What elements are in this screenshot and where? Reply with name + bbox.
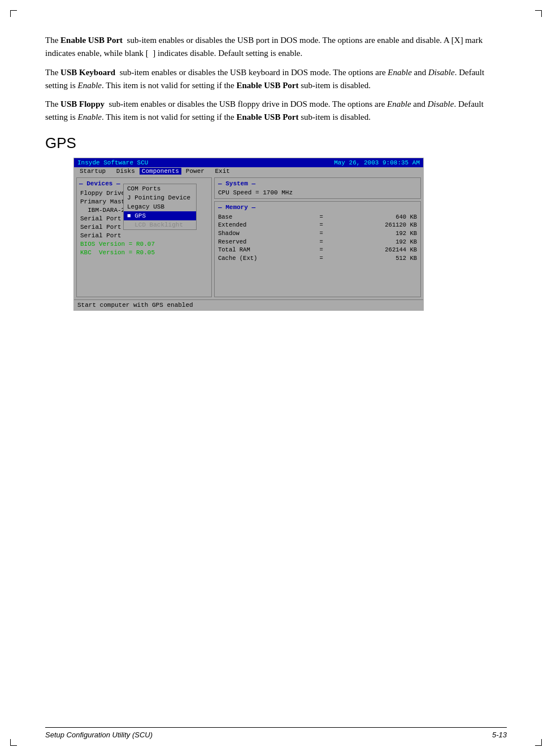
bios-system-box: — System — CPU Speed = 1700 MHz: [214, 177, 421, 199]
mem-total-ram: Total RAM = 262144 KB: [218, 246, 417, 254]
bios-titlebar: Insyde Software SCU May 26, 2003 9:08:35…: [74, 158, 423, 167]
menu-startup: Startup: [77, 168, 108, 175]
menu-components: Components: [140, 168, 181, 175]
dd-pointing-device: J Pointing Device: [124, 193, 196, 202]
menu-exit: Exit: [209, 168, 232, 175]
bios-menubar: Startup Disks Components Power Exit: [74, 167, 423, 175]
bios-title-left: Insyde Software SCU: [77, 159, 148, 166]
mem-shadow: Shadow = 192 KB: [218, 229, 417, 238]
bios-dropdown-menu: COM Ports J Pointing Device Legacy USB ■…: [123, 184, 197, 230]
bios-title-right: May 26, 2003 9:08:35 AM: [334, 159, 420, 166]
bios-screenshot: Insyde Software SCU May 26, 2003 9:08:35…: [73, 158, 424, 311]
mem-reserved: Reserved = 192 KB: [218, 238, 417, 246]
corner-tr: [535, 10, 542, 17]
page-footer: Setup Configuration Utility (SCU) 5-13: [45, 727, 507, 739]
item-serial3: Serial Port: [79, 232, 209, 240]
gps-heading: GPS: [45, 134, 507, 152]
paragraph-usb-port: The Enable USB Port sub-item enables or …: [45, 34, 507, 124]
dd-com-ports: COM Ports: [124, 184, 196, 193]
menu-power: Power: [184, 168, 207, 175]
bios-main-area: — Devices — Floppy Drive Primary Mast IB…: [74, 175, 423, 299]
item-kbc-version: KBC Version = R0.05: [79, 249, 209, 257]
corner-bl: [10, 739, 17, 746]
memory-box-title: — Memory —: [218, 204, 417, 211]
bios-status-text: Start computer with GPS enabled: [77, 302, 193, 309]
footer-right: 5-13: [492, 731, 507, 739]
mem-cache: Cache (Ext) = 512 KB: [218, 254, 417, 263]
bios-right-panel: — System — CPU Speed = 1700 MHz — Memory…: [214, 177, 421, 297]
bios-memory-box: — Memory — Base = 640 KB Extended = 2611…: [214, 201, 421, 297]
corner-br: [535, 739, 542, 746]
page-content: The Enable USB Port sub-item enables or …: [45, 34, 507, 722]
bios-left-panel: — Devices — Floppy Drive Primary Mast IB…: [76, 177, 212, 297]
dd-lcd-backlight: LCD Backlight: [124, 220, 196, 229]
system-box-title: — System —: [218, 180, 417, 187]
para-usb-floppy-text: The USB Floppy sub-item enables or disab…: [45, 98, 507, 124]
footer-left: Setup Configuration Utility (SCU): [45, 731, 153, 739]
para-usb-port-text: The Enable USB Port sub-item enables or …: [45, 34, 507, 60]
para-usb-keyboard-text: The USB Keyboard sub-item enables or dis…: [45, 66, 507, 93]
menu-disks: Disks: [110, 168, 137, 175]
bios-statusbar: Start computer with GPS enabled: [74, 299, 423, 310]
dd-legacy-usb: Legacy USB: [124, 202, 196, 211]
system-cpu: CPU Speed = 1700 MHz: [218, 189, 417, 196]
corner-tl: [10, 10, 17, 17]
item-bios-version: BIOS Version = R0.07: [79, 240, 209, 248]
mem-extended: Extended = 261120 KB: [218, 221, 417, 229]
mem-base: Base = 640 KB: [218, 213, 417, 221]
dd-gps: ■ GPS: [124, 211, 196, 220]
